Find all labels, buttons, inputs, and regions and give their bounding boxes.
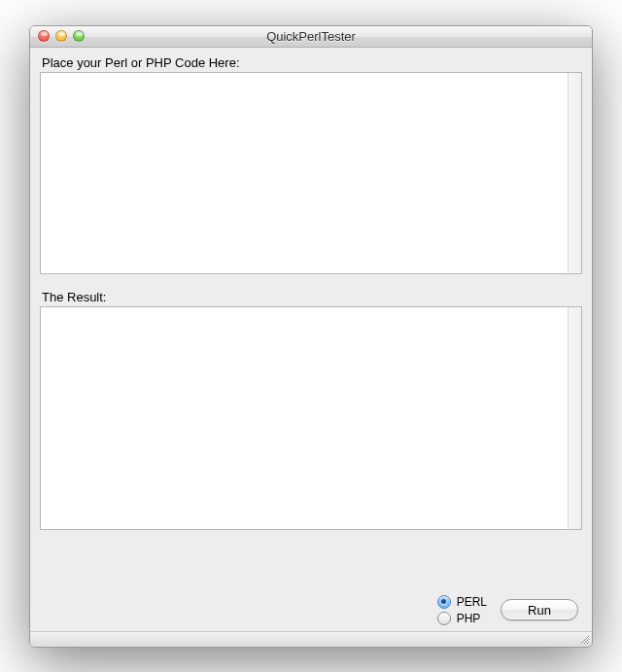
resize-grip-icon[interactable] [578, 633, 590, 645]
minimize-icon[interactable] [55, 30, 67, 42]
radio-icon [437, 595, 451, 609]
code-input-label: Place your Perl or PHP Code Here: [42, 55, 580, 70]
radio-label-perl: PERL [457, 595, 487, 609]
window-title: QuickPerlTester [30, 29, 592, 44]
zoom-icon[interactable] [73, 30, 85, 42]
result-output[interactable] [41, 307, 568, 529]
footer-bar [30, 631, 592, 647]
content-area: Place your Perl or PHP Code Here: The Re… [30, 48, 592, 631]
language-radio-group: PERL PHP [437, 595, 487, 625]
result-output-container [40, 306, 582, 530]
app-window: QuickPerlTester Place your Perl or PHP C… [29, 25, 593, 648]
radio-option-php[interactable]: PHP [437, 612, 487, 625]
svg-line-5 [588, 643, 589, 644]
run-button[interactable]: Run [501, 599, 578, 620]
close-icon[interactable] [38, 30, 50, 42]
bottom-bar: PERL PHP Run [40, 589, 582, 627]
window-controls [38, 30, 85, 42]
radio-option-perl[interactable]: PERL [437, 595, 487, 609]
result-label: The Result: [42, 290, 580, 304]
radio-icon [437, 612, 451, 625]
code-scrollbar[interactable] [568, 73, 582, 273]
result-scrollbar[interactable] [568, 307, 582, 529]
code-input-container [40, 72, 582, 274]
radio-label-php: PHP [457, 612, 481, 625]
code-input[interactable] [41, 73, 568, 273]
titlebar[interactable]: QuickPerlTester [30, 26, 592, 48]
